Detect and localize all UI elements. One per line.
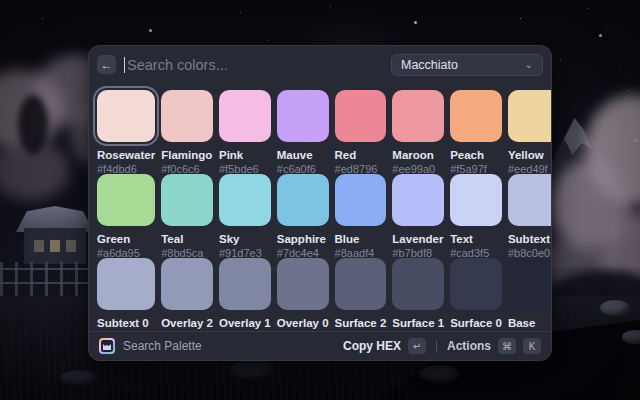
color-name: Flamingo [161,149,213,161]
color-cell[interactable]: Yellow #eed49f [508,90,551,174]
search-field[interactable] [124,46,391,83]
color-swatch[interactable] [161,174,213,226]
color-cell[interactable]: Pink #f5bde6 [219,90,271,174]
color-swatch[interactable] [335,174,387,226]
color-name: Base [508,317,551,329]
color-name: Lavender [392,233,444,245]
enter-key-icon[interactable]: ↵ [408,338,426,354]
color-swatch[interactable] [277,258,329,310]
color-cell[interactable]: Sky #91d7e3 [219,174,271,258]
color-swatch[interactable] [335,90,387,142]
color-name: Rosewater [97,149,155,161]
color-swatch[interactable] [161,90,213,142]
footer-divider [436,340,437,352]
color-cell[interactable]: Surface 1 [392,258,444,331]
color-name: Subtext 0 [97,317,155,329]
color-cell[interactable]: Rosewater #f4dbd6 [97,90,155,174]
palette-grid-area: Rosewater #f4dbd6 Flamingo #f0c6c6 Pink … [89,83,551,331]
color-cell[interactable]: Surface 0 [450,258,502,331]
color-name: Peach [450,149,502,161]
color-name: Teal [161,233,213,245]
color-swatch[interactable] [97,258,155,310]
color-swatch[interactable] [450,90,502,142]
color-swatch[interactable] [392,258,444,310]
color-cell[interactable]: Mauve #c6a0f6 [277,90,329,174]
chevron-down-icon: ⌄ [525,59,533,70]
color-cell[interactable]: Red #ed8796 [335,90,387,174]
color-cell[interactable]: Sapphire #7dc4e4 [277,174,329,258]
color-name: Surface 0 [450,317,502,329]
color-swatch[interactable] [335,258,387,310]
modal-footer: Search Palette Copy HEX ↵ Actions ⌘ K [89,331,551,360]
copy-hex-action[interactable]: Copy HEX [343,339,401,353]
color-swatch[interactable] [161,258,213,310]
color-cell[interactable]: Base [508,258,551,331]
color-swatch[interactable] [508,90,551,142]
actions-menu-button[interactable]: Actions [447,339,491,353]
color-swatch[interactable] [97,90,155,142]
back-arrow-icon: ← [101,58,113,72]
color-cell[interactable]: Green #a6da95 [97,174,155,258]
color-swatch[interactable] [450,258,502,310]
color-cell[interactable]: Teal #8bd5ca [161,174,213,258]
k-key-icon[interactable]: K [523,338,541,354]
color-name: Sky [219,233,271,245]
app-name-label: Search Palette [123,339,343,353]
color-swatch[interactable] [277,174,329,226]
color-name: Mauve [277,149,329,161]
color-cell[interactable]: Maroon #ee99a0 [392,90,444,174]
color-swatch[interactable] [392,90,444,142]
color-name: Green [97,233,155,245]
command-key-icon[interactable]: ⌘ [498,338,516,354]
color-swatch[interactable] [392,174,444,226]
color-cell[interactable]: Text #cad3f5 [450,174,502,258]
color-swatch[interactable] [450,174,502,226]
color-swatch[interactable] [219,90,271,142]
color-name: Surface 1 [392,317,444,329]
color-name: Red [335,149,387,161]
color-cell[interactable]: Overlay 2 [161,258,213,331]
color-cell[interactable]: Peach #f5a97f [450,90,502,174]
color-cell[interactable]: Flamingo #f0c6c6 [161,90,213,174]
color-name: Overlay 1 [219,317,271,329]
color-name: Subtext 1 [508,233,551,245]
color-name: Blue [335,233,387,245]
color-cell[interactable]: Overlay 1 [219,258,271,331]
color-name: Pink [219,149,271,161]
flavor-selected-value: Macchiato [401,58,525,72]
color-name: Text [450,233,502,245]
palette-grid: Rosewater #f4dbd6 Flamingo #f0c6c6 Pink … [97,90,543,331]
color-name: Yellow [508,149,551,161]
back-button[interactable]: ← [97,55,116,74]
color-cell[interactable]: Lavender #b7bdf8 [392,174,444,258]
color-swatch[interactable] [219,174,271,226]
search-input[interactable] [125,46,391,83]
color-cell[interactable]: Subtext 1 #b8c0e0 [508,174,551,258]
color-cell[interactable]: Overlay 0 [277,258,329,331]
color-name: Sapphire [277,233,329,245]
color-cell[interactable]: Blue #8aadf4 [335,174,387,258]
color-swatch[interactable] [97,174,155,226]
color-swatch[interactable] [219,258,271,310]
color-name: Overlay 2 [161,317,213,329]
color-name: Surface 2 [335,317,387,329]
color-swatch[interactable] [508,258,551,310]
catppuccin-cat-icon [99,338,115,354]
color-cell[interactable]: Subtext 0 [97,258,155,331]
color-name: Maroon [392,149,444,161]
color-search-modal: ← Macchiato ⌄ Rosewater #f4dbd6 Flamingo… [88,45,552,361]
modal-header: ← Macchiato ⌄ [89,46,551,83]
color-name: Overlay 0 [277,317,329,329]
color-swatch[interactable] [508,174,551,226]
flavor-dropdown[interactable]: Macchiato ⌄ [391,54,543,76]
color-swatch[interactable] [277,90,329,142]
color-cell[interactable]: Surface 2 [335,258,387,331]
